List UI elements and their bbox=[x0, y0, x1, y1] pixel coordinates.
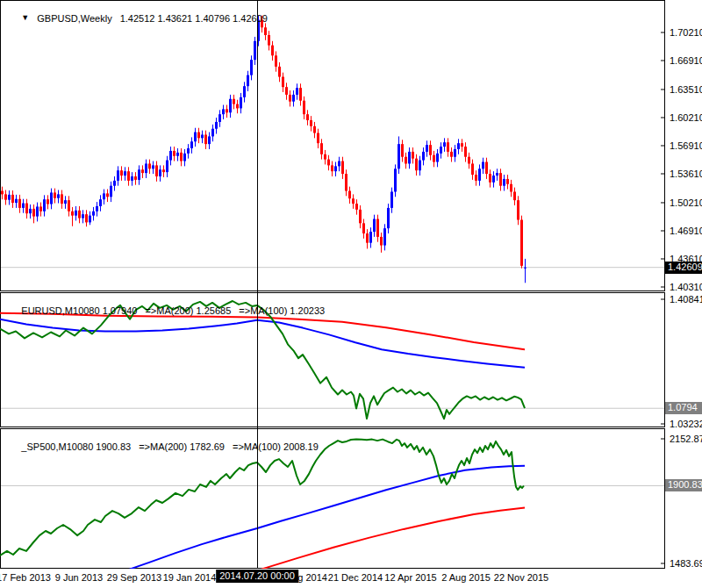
time-axis-label: 21 Dec 2014 bbox=[328, 572, 383, 583]
panel-gbpusd-header: ▼GBPUSD,Weekly1.42512 1.43621 1.40796 1.… bbox=[5, 3, 276, 34]
time-axis-label: 2 Aug 2015 bbox=[441, 572, 491, 583]
symbol-value-label: EURUSD,M10080 1.07940 bbox=[21, 305, 137, 316]
chart-window: ▼GBPUSD,Weekly1.42512 1.43621 1.40796 1.… bbox=[0, 0, 702, 588]
level-price-box-sp500: 1900.83 bbox=[665, 479, 702, 491]
price-axis-label: 1.50210 bbox=[670, 197, 702, 208]
price-axis-label: 1.66910 bbox=[670, 55, 702, 66]
price-axis-label: 1483.69 bbox=[670, 558, 702, 569]
ma200-label: =>MA(200) 1.25685 bbox=[145, 305, 231, 316]
price-axis-label: 1.40841 bbox=[670, 294, 702, 305]
time-axis[interactable]: 17 Feb 20139 Jun 201329 Sep 201319 Jan 2… bbox=[0, 569, 702, 588]
price-axis-label: 2152.87 bbox=[670, 434, 702, 444]
time-axis-label: 19 Jan 2014 bbox=[163, 572, 217, 583]
chart-canvas[interactable] bbox=[0, 0, 702, 588]
price-axis-label: 1.60210 bbox=[670, 112, 702, 123]
ma200-label: =>MA(200) 1782.69 bbox=[139, 441, 225, 452]
panel-eurusd-header: EURUSD,M10080 1.07940=>MA(200) 1.25685=>… bbox=[5, 295, 333, 326]
chevron-down-icon[interactable]: ▼ bbox=[21, 13, 29, 23]
ma100-label: =>MA(100) 2008.19 bbox=[233, 441, 319, 452]
time-axis-label: 9 Jun 2013 bbox=[55, 572, 103, 583]
ma100-label: =>MA(100) 1.20233 bbox=[239, 305, 325, 316]
time-axis-label: 29 Sep 2013 bbox=[107, 572, 161, 583]
time-axis-label: 22 Nov 2015 bbox=[494, 572, 548, 583]
price-axis-label: 1.03232 bbox=[670, 419, 702, 429]
price-axis-label: 1.70210 bbox=[670, 27, 702, 38]
ohlc-values: 1.42512 1.43621 1.40796 1.42609 bbox=[120, 13, 268, 24]
symbol-period-label: GBPUSD,Weekly bbox=[37, 13, 111, 24]
bid-price-box-gbpusd: 1.42609 bbox=[665, 262, 702, 274]
price-axis-label: 1.40310 bbox=[670, 282, 702, 292]
crosshair-date-box: 2014.07.20 00:00 bbox=[216, 570, 298, 583]
price-axis-label: 1.46910 bbox=[670, 226, 702, 236]
level-price-box-eurusd: 1.0794 bbox=[665, 402, 702, 414]
symbol-value-label: _SP500,M10080 1900.83 bbox=[21, 441, 131, 452]
panel-sp500-header: _SP500,M10080 1900.83=>MA(200) 1782.69=>… bbox=[5, 431, 326, 463]
price-axis-label: 1.56910 bbox=[670, 140, 702, 151]
time-axis-label: 17 Feb 2013 bbox=[0, 572, 51, 583]
price-axis-label: 1.63510 bbox=[670, 84, 702, 95]
price-axis-label: 1.53610 bbox=[670, 169, 702, 179]
price-axis[interactable]: 1.42609 1.0794 1900.83 1.702101.669101.6… bbox=[665, 0, 702, 569]
time-axis-label: 12 Apr 2015 bbox=[384, 572, 436, 583]
